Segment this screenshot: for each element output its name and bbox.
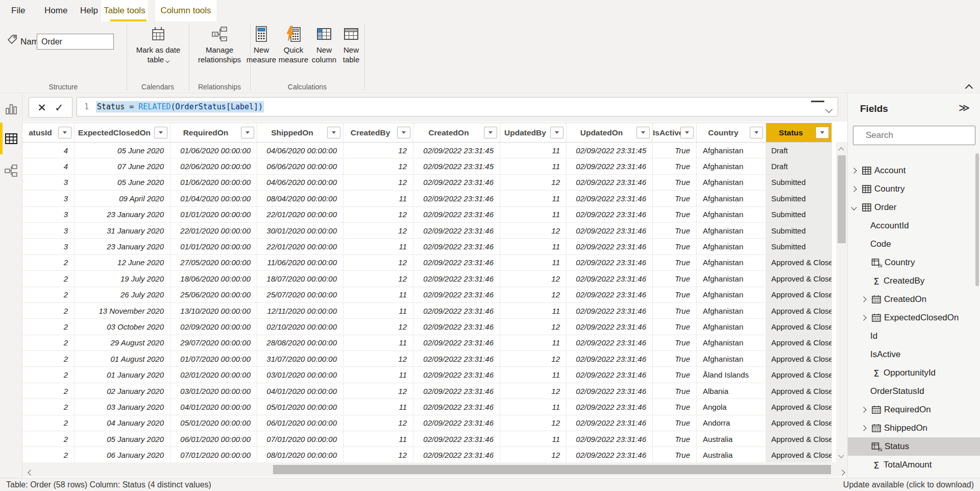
table-cell[interactable]: 02/09/2022 23:31:45 bbox=[413, 143, 500, 158]
manage-relationships-button[interactable]: Manage relationships bbox=[191, 26, 248, 65]
table-cell[interactable]: Afghanistan bbox=[697, 351, 766, 367]
table-cell[interactable]: 2 bbox=[22, 335, 75, 351]
table-cell[interactable]: 02/09/2022 23:31:46 bbox=[413, 399, 500, 415]
column-filter-button[interactable] bbox=[750, 127, 763, 138]
table-cell[interactable]: 11 bbox=[500, 367, 567, 383]
table-cell[interactable]: 12 bbox=[344, 447, 413, 462]
table-cell[interactable]: Submitted bbox=[766, 191, 832, 206]
table-cell[interactable]: 06/06/2020 00:00:00 bbox=[257, 158, 344, 174]
table-cell[interactable]: 2 bbox=[22, 447, 75, 462]
table-cell[interactable]: Afghanistan bbox=[697, 319, 766, 335]
table-cell[interactable]: 02/09/2022 23:31:46 bbox=[567, 351, 653, 367]
table-cell[interactable]: 12 bbox=[500, 271, 567, 287]
table-cell[interactable]: 12 June 2020 bbox=[75, 255, 170, 271]
table-cell[interactable]: 12 bbox=[344, 207, 413, 223]
table-cell[interactable]: 02/09/2022 23:31:46 bbox=[567, 335, 653, 351]
table-cell[interactable]: Angola bbox=[697, 399, 766, 415]
scroll-right-button[interactable] bbox=[840, 467, 844, 477]
table-cell[interactable]: 2 bbox=[22, 287, 75, 303]
table-cell[interactable]: 2 bbox=[22, 431, 75, 447]
table-cell[interactable]: Submitted bbox=[766, 223, 832, 239]
table-cell[interactable]: 12/11/2020 00:00:00 bbox=[257, 303, 344, 319]
collapse-ribbon-button[interactable] bbox=[966, 84, 972, 93]
tab-file[interactable]: File bbox=[9, 0, 27, 21]
table-cell[interactable]: 09 April 2020 bbox=[75, 191, 170, 206]
table-cell[interactable]: 02 January 2020 bbox=[75, 383, 170, 399]
table-cell[interactable]: 02/09/2022 23:31:46 bbox=[567, 319, 653, 335]
scroll-up-button[interactable] bbox=[839, 145, 843, 154]
table-cell[interactable]: 06 January 2020 bbox=[75, 447, 170, 462]
table-cell[interactable]: 2 bbox=[22, 319, 75, 335]
table-cell[interactable]: 2 bbox=[22, 399, 75, 415]
scroll-left-button[interactable] bbox=[29, 467, 33, 477]
table-cell[interactable]: 08/04/2020 00:00:00 bbox=[257, 191, 344, 206]
table-cell[interactable]: True bbox=[653, 431, 697, 447]
table-cell[interactable]: 2 bbox=[22, 303, 75, 319]
table-cell[interactable]: 11 bbox=[344, 399, 413, 415]
table-cell[interactable]: 11 bbox=[500, 158, 567, 174]
table-cell[interactable]: Submitted bbox=[766, 207, 832, 223]
report-view-button[interactable] bbox=[4, 102, 18, 116]
table-cell[interactable]: 11 bbox=[500, 303, 567, 319]
table-cell[interactable]: 01/06/2020 00:00:00 bbox=[170, 143, 257, 158]
tab-home[interactable]: Home bbox=[42, 0, 69, 21]
table-cell[interactable]: 30/01/2020 00:00:00 bbox=[257, 223, 344, 239]
table-cell[interactable]: Afghanistan bbox=[697, 158, 766, 174]
table-cell[interactable]: 12 bbox=[344, 383, 413, 399]
table-cell[interactable]: True bbox=[653, 271, 697, 287]
table-cell[interactable]: Approved & Closed bbox=[766, 415, 832, 431]
table-cell[interactable]: 04/01/2020 00:00:00 bbox=[170, 399, 257, 415]
expand-formula-bar-button[interactable] bbox=[826, 105, 831, 114]
table-cell[interactable]: True bbox=[653, 303, 697, 319]
table-cell[interactable]: Approved & Closed bbox=[766, 367, 832, 383]
column-header-createdon[interactable]: CreatedOn bbox=[413, 123, 500, 142]
field-item-country[interactable]: fxCountry bbox=[848, 253, 980, 272]
table-cell[interactable]: 12 bbox=[500, 287, 567, 303]
table-cell[interactable]: 02/09/2022 23:31:46 bbox=[567, 255, 653, 271]
column-header-expectedclosedon[interactable]: ExpectedClosedOn bbox=[75, 123, 170, 142]
table-cell[interactable]: 4 bbox=[22, 158, 75, 174]
table-cell[interactable]: 12 bbox=[344, 143, 413, 158]
table-cell[interactable]: 02/09/2022 23:31:46 bbox=[413, 303, 500, 319]
table-cell[interactable]: 22/01/2020 00:00:00 bbox=[257, 239, 344, 254]
new-column-button[interactable]: New column bbox=[310, 26, 338, 65]
table-cell[interactable]: True bbox=[653, 399, 697, 415]
table-cell[interactable]: 11 bbox=[500, 255, 567, 271]
field-item-expectedclosedon[interactable]: ExpectedClosedOn bbox=[848, 309, 980, 327]
table-cell[interactable]: 02/09/2022 23:31:46 bbox=[413, 383, 500, 399]
table-cell[interactable]: Afghanistan bbox=[697, 207, 766, 223]
table-cell[interactable]: Åland Islands bbox=[697, 367, 766, 383]
table-cell[interactable]: Albania bbox=[697, 383, 766, 399]
table-cell[interactable]: Approved & Closed bbox=[766, 287, 832, 303]
table-cell[interactable]: True bbox=[653, 367, 697, 383]
table-cell[interactable]: 12 bbox=[500, 447, 567, 462]
table-cell[interactable]: 07 June 2020 bbox=[75, 158, 170, 174]
vertical-scrollbar-thumb[interactable] bbox=[838, 155, 846, 243]
table-cell[interactable]: True bbox=[653, 143, 697, 158]
table-cell[interactable]: Submitted bbox=[766, 239, 832, 254]
cancel-formula-button[interactable]: ✕ bbox=[37, 102, 46, 113]
table-cell[interactable]: 18/07/2020 00:00:00 bbox=[257, 271, 344, 287]
table-cell[interactable]: True bbox=[653, 207, 697, 223]
new-table-button[interactable]: New table bbox=[339, 26, 363, 65]
table-cell[interactable]: 01 August 2020 bbox=[75, 351, 170, 367]
table-cell[interactable]: 02/09/2022 23:31:46 bbox=[413, 207, 500, 223]
table-cell[interactable]: 02/09/2022 23:31:46 bbox=[413, 191, 500, 206]
table-cell[interactable]: Approved & Closed bbox=[766, 399, 832, 415]
table-cell[interactable]: 28/08/2020 00:00:00 bbox=[257, 335, 344, 351]
table-cell[interactable]: True bbox=[653, 255, 697, 271]
table-cell[interactable]: 03/01/2020 00:00:00 bbox=[257, 367, 344, 383]
formula-bar-resize-handle[interactable] bbox=[811, 101, 824, 102]
table-cell[interactable]: Australia bbox=[697, 447, 766, 462]
dax-formula-input[interactable]: 1 Status = RELATED(OrderStatus[Label]) bbox=[77, 97, 838, 116]
table-cell[interactable]: 12 bbox=[500, 415, 567, 431]
table-cell[interactable]: 01/01/2020 00:00:00 bbox=[170, 207, 257, 223]
chevron-right-icon[interactable] bbox=[861, 407, 866, 412]
table-cell[interactable]: 02/09/2022 23:31:45 bbox=[413, 158, 500, 174]
chevron-right-icon[interactable] bbox=[851, 168, 856, 173]
column-filter-button[interactable] bbox=[397, 127, 410, 138]
column-header-isactive[interactable]: IsActive bbox=[653, 123, 697, 142]
table-cell[interactable]: 11 bbox=[500, 143, 567, 158]
table-cell[interactable]: 25/06/2020 00:00:00 bbox=[170, 287, 257, 303]
table-cell[interactable]: 02/09/2022 23:31:46 bbox=[413, 255, 500, 271]
